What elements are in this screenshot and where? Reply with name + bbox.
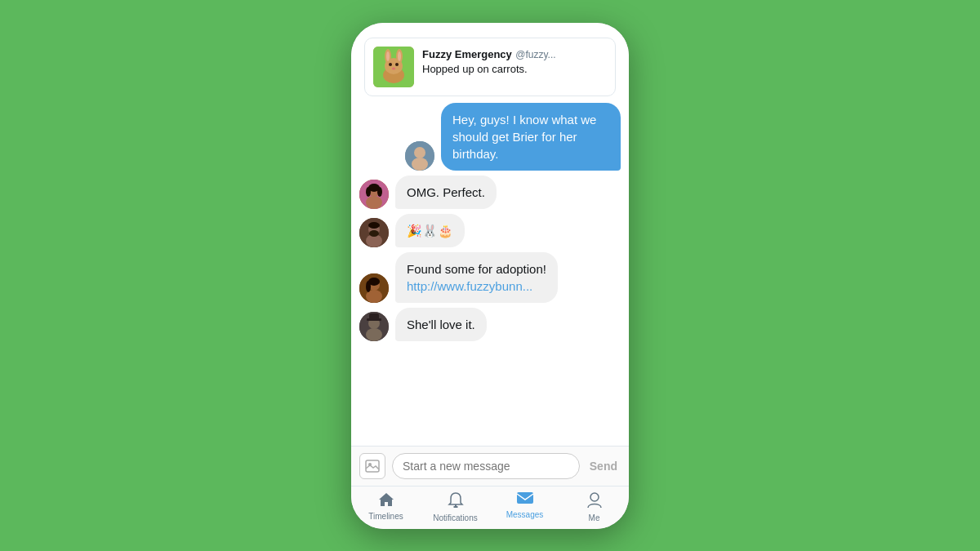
messages-area: Fuzzy Emergency @fuzzy... Hopped up on c…: [351, 23, 629, 446]
bubble-incoming-1: OMG. Perfect.: [395, 176, 497, 209]
avatar-woman2: [359, 273, 389, 303]
svg-point-9: [392, 67, 395, 69]
svg-point-17: [366, 187, 371, 197]
message-input[interactable]: [392, 453, 580, 479]
tab-timelines[interactable]: Timelines: [351, 491, 421, 522]
timelines-icon: [377, 491, 395, 510]
adoption-link[interactable]: http://www.fuzzybunn...: [407, 279, 532, 293]
image-button[interactable]: [359, 453, 385, 479]
avatar-man2: [359, 312, 389, 341]
tweet-avatar: [373, 47, 414, 87]
send-button[interactable]: Send: [586, 460, 621, 473]
svg-point-7: [389, 63, 392, 66]
tab-bar: Timelines Notifications: [351, 486, 629, 529]
tweet-text: Hopped up on carrots.: [422, 63, 607, 75]
bubble-incoming-4: She'll love it.: [395, 308, 487, 341]
svg-point-15: [366, 196, 382, 209]
tab-label-messages: Messages: [506, 510, 544, 519]
svg-point-31: [366, 328, 382, 341]
me-icon: [586, 491, 603, 512]
svg-point-8: [395, 63, 399, 66]
svg-point-5: [386, 51, 390, 61]
bubble-incoming-3[interactable]: Found some for adoption! http://www.fuzz…: [395, 252, 558, 303]
svg-point-12: [412, 158, 428, 171]
tab-label-timelines: Timelines: [368, 512, 403, 521]
message-row-incoming-4: She'll love it.: [359, 308, 621, 341]
notifications-icon: [448, 491, 464, 512]
tab-me[interactable]: Me: [559, 491, 629, 522]
bubble-incoming-2: 🎉🐰🎂: [395, 214, 465, 247]
message-row-outgoing-1: Hey, guys! I know what we should get Bri…: [359, 103, 621, 171]
svg-rect-39: [517, 492, 533, 504]
input-bar: Send: [351, 446, 629, 486]
svg-point-23: [368, 222, 380, 229]
phone-screen: Fuzzy Emergency @fuzzy... Hopped up on c…: [351, 23, 629, 529]
svg-point-18: [377, 187, 382, 197]
svg-point-11: [414, 147, 425, 158]
svg-rect-33: [369, 313, 379, 320]
svg-point-6: [398, 51, 401, 61]
phone-frame: Fuzzy Emergency @fuzzy... Hopped up on c…: [351, 23, 629, 529]
svg-point-40: [590, 493, 599, 501]
avatar-man1: [359, 218, 389, 247]
bubble-text-3: Found some for adoption!: [407, 262, 546, 276]
tab-messages[interactable]: Messages: [490, 491, 559, 522]
tab-label-me: Me: [589, 513, 600, 522]
svg-marker-36: [379, 493, 394, 506]
svg-point-22: [369, 230, 379, 237]
message-row-incoming-3: Found some for adoption! http://www.fuzz…: [359, 252, 621, 303]
avatar-me: [405, 141, 434, 171]
bubble-outgoing-1: Hey, guys! I know what we should get Bri…: [441, 103, 621, 171]
tab-label-notifications: Notifications: [433, 513, 477, 522]
message-row-incoming-1: OMG. Perfect.: [359, 176, 621, 209]
avatar-woman1: [359, 180, 389, 209]
svg-rect-34: [366, 460, 379, 472]
tweet-handle: @fuzzy...: [515, 49, 555, 60]
tab-notifications[interactable]: Notifications: [421, 491, 490, 522]
tweet-name: Fuzzy Emergency: [422, 48, 512, 60]
tweet-content: Fuzzy Emergency @fuzzy... Hopped up on c…: [422, 47, 607, 87]
message-row-incoming-2: 🎉🐰🎂: [359, 214, 621, 247]
svg-point-28: [366, 281, 371, 292]
messages-icon: [516, 491, 534, 509]
tweet-card[interactable]: Fuzzy Emergency @fuzzy... Hopped up on c…: [364, 38, 616, 96]
